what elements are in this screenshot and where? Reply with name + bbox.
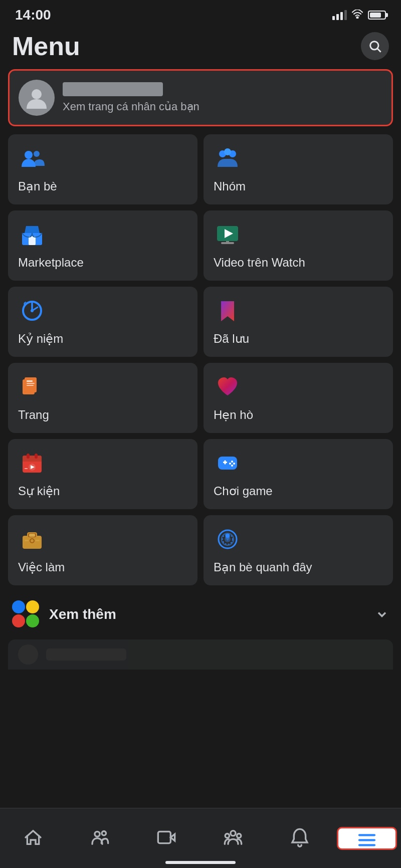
menu-item-su-kien[interactable]: Sự kiện [8,439,197,509]
svg-point-4 [25,151,33,159]
nav-item-notifications[interactable] [266,808,333,868]
menu-item-ky-niem[interactable]: Kỷ niệm [8,287,197,357]
svg-point-49 [95,831,100,836]
menu-item-marketplace[interactable]: Marketplace [8,210,197,281]
menu-item-viec-lam[interactable]: Việc làm [8,515,197,585]
battery-icon [368,11,386,20]
menu-item-da-luu[interactable]: Đã lưu [204,287,393,357]
menu-label-da-luu: Đã lưu [214,332,249,346]
status-time: 14:00 [15,7,51,23]
svg-rect-39 [29,534,35,537]
profile-section[interactable]: Xem trang cá nhân của bạn [8,69,393,126]
nav-item-menu[interactable] [337,827,397,850]
see-more-icons [12,600,40,628]
menu-label-choi-game: Chơi game [214,484,273,498]
wifi-icon [352,10,363,21]
svg-point-36 [231,465,233,467]
menu-label-trang: Trang [18,408,49,422]
menu-item-ban-be[interactable]: Bạn bè [8,134,197,204]
svg-point-8 [224,148,231,155]
menu-label-su-kien: Sự kiện [18,484,60,498]
avatar-icon [24,85,49,110]
pages-icon [18,373,46,401]
groups-icon [214,144,242,172]
menu-item-nhom[interactable]: Nhóm [204,134,393,204]
svg-point-55 [237,834,241,838]
svg-point-34 [233,463,235,465]
gaming-icon [214,449,242,477]
dot-yellow [26,600,39,613]
svg-point-53 [231,831,236,836]
search-icon [368,39,382,53]
menu-label-hen-ho: Hẹn hò [214,408,253,422]
menu-item-ban-be-quanh-day[interactable]: Bạn bè quanh đây [204,515,393,585]
svg-rect-22 [27,385,34,386]
nav-item-home[interactable] [0,808,67,868]
svg-rect-20 [27,380,33,382]
svg-point-41 [31,539,34,542]
nav-item-video[interactable] [133,808,200,868]
menu-label-video-watch: Video trên Watch [214,256,305,270]
svg-point-35 [229,463,231,465]
svg-point-5 [34,151,40,157]
svg-line-2 [377,49,380,52]
menu-item-trang[interactable]: Trang [8,363,197,433]
marketplace-icon [18,221,46,249]
status-bar: 14:00 [0,0,401,26]
svg-point-3 [32,89,42,99]
page-title: Menu [12,31,80,61]
status-icons [332,10,386,21]
svg-rect-32 [225,461,226,465]
svg-rect-21 [27,383,35,384]
svg-point-0 [357,17,358,18]
svg-point-33 [231,461,233,463]
menu-item-choi-game[interactable]: Chơi game [204,439,393,509]
svg-rect-51 [158,831,170,843]
events-icon [18,449,46,477]
dating-icon [214,373,242,401]
profile-name [63,82,163,96]
profile-info: Xem trang cá nhân của bạn [63,82,382,113]
home-indicator [165,861,236,864]
see-more-label: Xem thêm [49,606,366,622]
avatar [19,80,55,116]
menu-grid: Bạn bè Nhóm [0,132,401,587]
menu-label-ban-be: Bạn bè [18,179,57,193]
svg-rect-43 [36,540,40,541]
svg-rect-14 [226,241,229,243]
dot-blue [12,600,25,613]
signal-icon [332,10,347,20]
partial-section [8,639,393,670]
nav-item-friends[interactable] [67,808,133,868]
saved-icon [214,297,242,325]
svg-rect-25 [27,454,30,459]
dot-green [26,614,39,627]
menu-item-video-watch[interactable]: Video trên Watch [204,210,393,281]
search-button[interactable] [361,32,389,60]
watch-icon [214,221,242,249]
menu-label-ban-be-quanh-day: Bạn bè quanh đây [214,560,312,574]
chevron-down-icon [375,607,389,621]
svg-point-54 [225,834,229,838]
header: Menu [0,26,401,69]
memories-icon [18,297,46,325]
bottom-nav [0,808,401,868]
svg-rect-42 [25,540,29,541]
menu-item-hen-ho[interactable]: Hẹn hò [204,363,393,433]
nearby-icon [214,525,242,553]
menu-label-viec-lam: Việc làm [18,560,65,574]
menu-label-marketplace: Marketplace [18,256,84,270]
menu-label-ky-niem: Kỷ niệm [18,332,63,346]
svg-rect-26 [35,454,38,459]
menu-hamburger-icon [357,828,377,848]
menu-label-nhom: Nhóm [214,179,246,193]
svg-point-16 [31,309,34,312]
friends-icon [18,144,46,172]
see-more-section[interactable]: Xem thêm [0,589,401,639]
svg-point-50 [102,831,106,835]
nav-item-groups[interactable] [199,808,266,868]
jobs-icon [18,525,46,553]
svg-rect-27 [23,460,42,462]
svg-point-1 [370,42,378,50]
dot-red [12,614,25,627]
